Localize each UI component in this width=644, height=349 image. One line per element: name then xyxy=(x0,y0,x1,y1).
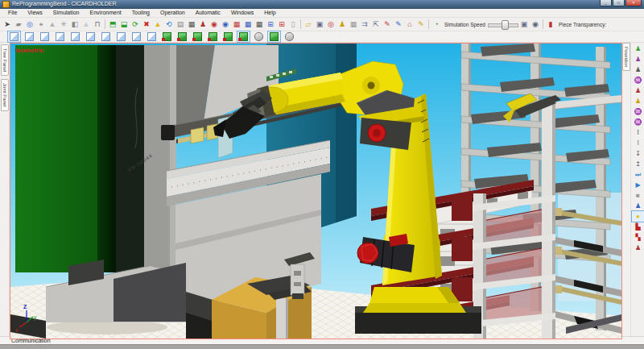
part-bend-2-icon[interactable] xyxy=(192,31,204,42)
robot-tools-icon[interactable]: ♟ xyxy=(336,19,348,31)
tool-up-icon[interactable]: ↥ xyxy=(632,159,644,169)
left-tab-tree-panel[interactable]: Tree Panel xyxy=(1,44,9,76)
view-right-icon[interactable] xyxy=(69,31,81,42)
part-round-icon[interactable] xyxy=(253,31,265,42)
view-bottom-icon[interactable] xyxy=(85,31,97,42)
regrip-part-icon[interactable]: ⟲ xyxy=(163,19,175,31)
export-document-icon[interactable]: ⇱ xyxy=(370,19,382,31)
view-iso-ne-icon[interactable] xyxy=(100,31,112,42)
robot-stop-icon[interactable]: ♟ xyxy=(632,85,644,96)
press-frame-icon[interactable]: ⊓ xyxy=(92,19,103,31)
new-document-icon[interactable]: ▯ xyxy=(287,19,299,31)
show-hide-eye-icon[interactable]: ◉ xyxy=(530,19,541,31)
load-part-icon[interactable]: ⬒ xyxy=(107,19,118,31)
simulation-speed-slider[interactable] xyxy=(488,19,518,29)
robot-home-icon[interactable]: ♟ xyxy=(632,64,644,75)
measure-icon[interactable]: ⌖ xyxy=(35,19,47,31)
sequence-flow-icon[interactable]: ⇉ xyxy=(359,19,370,31)
robot-jog-purple-icon[interactable]: ♟ xyxy=(632,54,644,64)
edit-robot-red-icon[interactable]: ✎ xyxy=(382,19,393,31)
view-iso-sw-icon[interactable] xyxy=(146,31,158,42)
minimize-button[interactable]: _ xyxy=(600,0,612,6)
robot-pair-icon[interactable]: ♟ xyxy=(197,19,208,31)
blocks-blue-icon[interactable]: ⊞ xyxy=(265,19,276,31)
post-vertical-icon[interactable]: Ῑ xyxy=(632,138,644,148)
menu-item-operation[interactable]: Operation xyxy=(160,9,185,17)
table-red-icon[interactable]: ▦ xyxy=(231,19,242,31)
stop-simulation-icon[interactable]: ■ xyxy=(632,190,644,201)
sheet-gray-icon[interactable]: ▤ xyxy=(175,19,186,31)
scene-3d[interactable]: AM-50044 xyxy=(10,44,621,339)
part-bend-4-icon[interactable] xyxy=(222,31,234,42)
view-target-icon[interactable]: ◎ xyxy=(24,19,35,31)
left-tab-joint-panel[interactable]: Joint Panel xyxy=(1,79,9,111)
menu-item-file[interactable]: File xyxy=(8,9,17,17)
app-icon xyxy=(2,1,10,8)
cone-tool-icon[interactable]: ▲ xyxy=(80,19,92,31)
save-state-icon[interactable]: ▣ xyxy=(518,19,530,31)
table-dark-icon[interactable]: ▦ xyxy=(254,19,265,31)
part-bend-1-icon[interactable] xyxy=(176,31,188,42)
cycle-gauge-icon[interactable]: ◔ xyxy=(431,19,442,31)
home-cell-icon[interactable]: ⌂ xyxy=(404,19,415,31)
menu-item-help[interactable]: Help xyxy=(264,9,275,17)
menu-item-environment[interactable]: Environment xyxy=(90,9,122,17)
part-flat-icon[interactable] xyxy=(161,31,173,42)
light-bulb-icon[interactable]: ● xyxy=(632,211,644,222)
unload-part-icon[interactable]: ⬓ xyxy=(118,19,130,31)
robot-jog-green-icon[interactable]: ♟ xyxy=(632,44,644,54)
delete-part-icon[interactable]: ✖ xyxy=(141,19,152,31)
open-project-icon[interactable]: ▱ xyxy=(303,19,314,31)
view-iso-nw-icon[interactable] xyxy=(115,31,127,42)
step-forward-icon[interactable]: ⏭ xyxy=(632,169,644,180)
menu-item-automatic[interactable]: Automatic xyxy=(196,9,221,17)
view-left-icon[interactable] xyxy=(54,31,66,42)
part-final-icon[interactable] xyxy=(237,31,250,42)
remove-table-icon[interactable]: ▦ xyxy=(348,19,359,31)
select-pointer-icon[interactable]: ➤ xyxy=(2,19,13,31)
zoom-select-red-icon[interactable]: ◉ xyxy=(208,19,220,31)
post-anchor-icon[interactable]: Ῑ xyxy=(632,127,644,138)
piece-color-icon[interactable]: ▮ xyxy=(545,19,556,31)
pyramid-tool-icon[interactable]: ▲ xyxy=(47,19,58,31)
menu-item-windows[interactable]: Windows xyxy=(231,9,254,17)
view-top-icon[interactable] xyxy=(8,31,20,42)
play-simulation-icon[interactable]: ▶ xyxy=(632,180,644,190)
flat-part-icon[interactable]: ▰ xyxy=(13,19,24,31)
save-project-icon[interactable]: ▣ xyxy=(314,19,325,31)
blocks-red-icon[interactable]: ⊞ xyxy=(276,19,287,31)
close-button[interactable]: × xyxy=(625,0,642,6)
part-warning-icon[interactable]: ▲ xyxy=(152,19,163,31)
robot-tool-icon[interactable]: ♟ xyxy=(632,96,644,106)
table-blue-icon[interactable]: ▦ xyxy=(242,19,254,31)
part-selected-icon[interactable] xyxy=(268,31,280,42)
maximize-button[interactable]: □ xyxy=(613,0,625,6)
rotate-part-icon[interactable]: ⟳ xyxy=(130,19,141,31)
camera-view-icon[interactable]: ◧ xyxy=(69,19,80,31)
swap-red-blue-icon[interactable]: ▚ xyxy=(632,232,644,243)
export-red-icon[interactable]: ▙ xyxy=(632,222,644,232)
edit-tools-icon[interactable]: ✎ xyxy=(415,19,427,31)
zoom-select-blue-icon[interactable]: ◉ xyxy=(220,19,231,31)
grid-top-icon[interactable]: ♒ xyxy=(632,117,644,127)
right-panel-tab-poseidon[interactable]: Poseidon xyxy=(622,43,630,71)
green-fence-panel[interactable] xyxy=(15,45,116,272)
part-bend-3-icon[interactable] xyxy=(207,31,219,42)
view-back-icon[interactable] xyxy=(39,31,51,42)
grid-front-icon[interactable]: ♒ xyxy=(632,106,644,117)
calibrate-target-icon[interactable]: ◎ xyxy=(325,19,336,31)
edit-robot-blue-icon[interactable]: ✎ xyxy=(393,19,404,31)
viewport-3d[interactable]: AM-50044 xyxy=(10,43,622,339)
axes-panel-icon[interactable]: ♒ xyxy=(632,75,644,85)
robot-export-icon[interactable]: ♟ xyxy=(632,243,644,253)
menu-item-views[interactable]: Views xyxy=(27,9,43,17)
view-front-icon[interactable] xyxy=(23,31,35,42)
sheet-dark-icon[interactable]: ▦ xyxy=(186,19,197,31)
tool-down-icon[interactable]: ↧ xyxy=(632,148,644,159)
part-photo-icon[interactable] xyxy=(283,31,295,42)
view-iso-se-icon[interactable] xyxy=(130,31,142,42)
robot-paint-icon[interactable]: ♟ xyxy=(632,201,644,211)
menu-item-tooling[interactable]: Tooling xyxy=(132,9,150,17)
snap-points-icon[interactable]: ✳ xyxy=(58,19,69,31)
menu-item-simulation[interactable]: Simulation xyxy=(53,9,80,17)
